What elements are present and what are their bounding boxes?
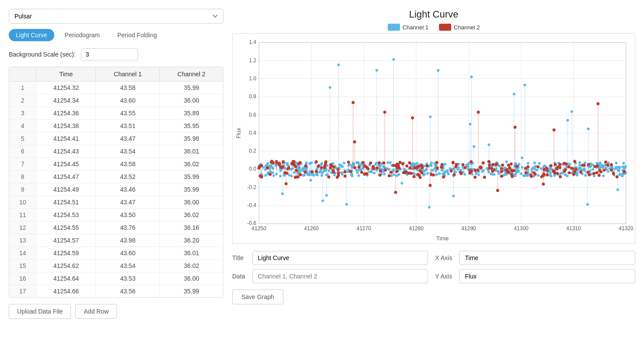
row-cell-3: 35.89 (159, 107, 223, 120)
row-cell-1: 41254.47 (36, 171, 96, 183)
row-cell-2: 43.51 (96, 120, 159, 132)
tab-periodogram[interactable]: Periodogram (58, 29, 107, 41)
row-cell-2: 43.47 (96, 196, 159, 209)
legend-channel2: Channel 2 (439, 24, 480, 31)
row-index: 17 (9, 285, 36, 298)
table-row: 1541254.6243.5436.02 (9, 260, 223, 272)
table-row: 141254.3243.5835.99 (9, 82, 223, 94)
row-cell-1: 41254.57 (36, 234, 96, 247)
row-index: 11 (9, 209, 36, 221)
data-table: Time Channel 1 Channel 2 141254.3243.583… (9, 67, 223, 297)
legend-swatch-ch1 (388, 24, 400, 31)
row-cell-3: 35.99 (159, 285, 223, 298)
row-cell-2: 43.56 (96, 285, 159, 298)
table-row: 1741254.6643.5635.99 (9, 285, 223, 298)
row-index: 15 (9, 260, 36, 272)
row-index: 14 (9, 247, 36, 260)
row-cell-1: 41254.43 (36, 145, 96, 158)
row-cell-2: 43.60 (96, 94, 159, 107)
right-panel: Light Curve Channel 1 Channel 2 Title X … (232, 9, 635, 304)
row-cell-1: 41254.64 (36, 272, 96, 285)
row-cell-2: 43.46 (96, 183, 159, 196)
data-form-input[interactable] (252, 269, 428, 283)
row-cell-1: 41254.51 (36, 196, 96, 209)
row-cell-3: 35.99 (159, 82, 223, 94)
row-cell-1: 41254.32 (36, 82, 96, 94)
table-row: 341254.3643.5535.89 (9, 107, 223, 120)
light-curve-canvas (233, 34, 635, 243)
row-cell-1: 41254.36 (36, 107, 96, 120)
legend-label-ch2: Channel 2 (454, 24, 480, 31)
left-panel: Pulsar Crab Nebula Vela Other Light Curv… (9, 9, 223, 319)
row-cell-3: 35.99 (159, 171, 223, 183)
add-row-button[interactable]: Add Row (75, 304, 117, 319)
row-cell-3: 35.98 (159, 132, 223, 145)
chart-container (232, 33, 635, 244)
row-cell-2: 43.55 (96, 107, 159, 120)
row-cell-1: 41254.53 (36, 209, 96, 221)
row-cell-2: 43.50 (96, 209, 159, 221)
row-cell-2: 43.53 (96, 272, 159, 285)
row-cell-3: 36.02 (159, 158, 223, 171)
row-cell-2: 43.98 (96, 234, 159, 247)
row-cell-3: 36.00 (159, 196, 223, 209)
row-cell-2: 43.54 (96, 260, 159, 272)
title-form-input[interactable] (252, 251, 428, 265)
tab-light-curve[interactable]: Light Curve (9, 29, 54, 41)
chart-title: Light Curve (232, 9, 635, 20)
row-cell-3: 36.02 (159, 209, 223, 221)
row-cell-3: 35.95 (159, 120, 223, 132)
row-index: 13 (9, 234, 36, 247)
row-index: 4 (9, 120, 36, 132)
save-graph-button[interactable]: Save Graph (232, 289, 283, 304)
data-table-wrapper: Time Channel 1 Channel 2 141254.3243.583… (9, 67, 223, 298)
row-cell-2: 43.54 (96, 145, 159, 158)
table-row: 1141254.5343.5036.02 (9, 209, 223, 221)
row-index: 1 (9, 82, 36, 94)
chart-form: Title X Axis Data Y Axis (232, 251, 635, 283)
row-cell-1: 41254.49 (36, 183, 96, 196)
row-cell-2: 43.76 (96, 221, 159, 234)
title-form-label: Title (232, 254, 245, 261)
legend-channel1: Channel 1 (388, 24, 428, 31)
row-index: 10 (9, 196, 36, 209)
table-row: 741254.4543.5836.02 (9, 158, 223, 171)
row-index: 6 (9, 145, 36, 158)
chart-legend: Channel 1 Channel 2 (232, 24, 635, 31)
bottom-buttons: Upload Data File Add Row (9, 304, 223, 319)
table-row: 841254.4743.5235.99 (9, 171, 223, 183)
row-index: 5 (9, 132, 36, 145)
row-cell-3: 36.02 (159, 260, 223, 272)
row-cell-3: 35.99 (159, 183, 223, 196)
tab-period-folding[interactable]: Period Folding (110, 29, 164, 41)
col-header-time: Time (36, 67, 96, 82)
row-cell-3: 36.00 (159, 94, 223, 107)
table-row: 541254.4143.4735.98 (9, 132, 223, 145)
row-cell-1: 41254.34 (36, 94, 96, 107)
row-index: 16 (9, 272, 36, 285)
row-cell-1: 41254.45 (36, 158, 96, 171)
row-cell-3: 36.16 (159, 221, 223, 234)
row-index: 9 (9, 183, 36, 196)
x-axis-form-label: X Axis (435, 254, 452, 261)
row-cell-1: 41254.59 (36, 247, 96, 260)
row-cell-2: 43.58 (96, 82, 159, 94)
legend-label-ch1: Channel 1 (403, 24, 428, 31)
row-index: 8 (9, 171, 36, 183)
legend-swatch-ch2 (439, 24, 451, 31)
table-row: 1041254.5143.4736.00 (9, 196, 223, 209)
x-axis-form-input[interactable] (459, 251, 635, 265)
table-row: 1441254.5943.6036.01 (9, 247, 223, 260)
source-dropdown[interactable]: Pulsar Crab Nebula Vela Other (9, 9, 223, 24)
upload-data-button[interactable]: Upload Data File (9, 304, 71, 319)
row-cell-3: 36.01 (159, 247, 223, 260)
row-cell-1: 41254.66 (36, 285, 96, 298)
y-axis-form-input[interactable] (459, 269, 635, 283)
table-row: 441254.3843.5135.95 (9, 120, 223, 132)
col-header-ch1: Channel 1 (96, 67, 159, 82)
row-index: 3 (9, 107, 36, 120)
background-scale-input[interactable] (81, 48, 138, 61)
row-cell-3: 36.20 (159, 234, 223, 247)
row-cell-2: 43.47 (96, 132, 159, 145)
data-form-label: Data (232, 273, 245, 280)
